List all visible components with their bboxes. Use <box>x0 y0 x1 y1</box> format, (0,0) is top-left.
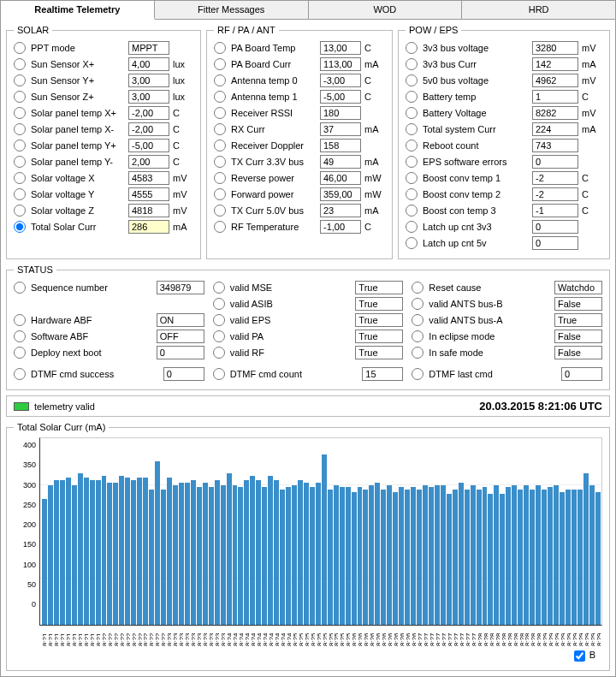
rf-radio-11[interactable] <box>214 221 226 233</box>
rf-value-2: -3,00 <box>320 74 361 87</box>
rf-radio-3[interactable] <box>214 91 226 103</box>
pow-radio-5[interactable] <box>406 123 418 135</box>
tab-fitter-messages[interactable]: Fitter Messages <box>155 1 309 19</box>
status-c1-radio-0[interactable] <box>14 282 26 294</box>
chart-bar <box>494 485 499 626</box>
rf-radio-9[interactable] <box>214 188 226 200</box>
status-btm-label-1: DTMF cmd count <box>230 369 363 379</box>
pow-radio-2[interactable] <box>406 74 418 86</box>
pow-radio-8[interactable] <box>406 172 418 184</box>
chart-bar <box>459 483 464 625</box>
pow-value-5: 224 <box>532 122 578 136</box>
tab-realtime-telemetry[interactable]: Realtime Telemetry <box>1 1 155 20</box>
status-c1-label-0: Sequence number <box>31 282 157 293</box>
solar-radio-7[interactable] <box>14 156 26 168</box>
solar-radio-9[interactable] <box>14 188 26 200</box>
chart-bar <box>512 485 517 626</box>
pow-radio-12[interactable] <box>406 237 418 249</box>
solar-radio-4[interactable] <box>14 107 26 119</box>
status-c2-radio-2[interactable] <box>213 314 225 326</box>
rf-radio-2[interactable] <box>214 74 226 86</box>
rf-radio-7[interactable] <box>214 156 226 168</box>
solar-radio-3[interactable] <box>14 91 26 103</box>
chart-bar <box>137 478 142 625</box>
pow-radio-1[interactable] <box>406 58 418 70</box>
pow-radio-9[interactable] <box>406 188 418 200</box>
pow-radio-3[interactable] <box>406 91 418 103</box>
chart-bar <box>167 478 172 625</box>
status-c3-radio-2[interactable] <box>412 314 424 326</box>
checkbox-b-label[interactable]: B <box>589 650 595 660</box>
pow-label-9: Boost conv temp 2 <box>423 189 532 199</box>
rf-radio-0[interactable] <box>214 42 226 54</box>
tab-wod[interactable]: WOD <box>309 1 463 19</box>
chart-bar <box>304 483 309 625</box>
rf-radio-1[interactable] <box>214 58 226 70</box>
status-c3-radio-1[interactable] <box>412 298 424 310</box>
pow-radio-6[interactable] <box>406 140 418 151</box>
solar-label-2: Sun Sensor Y+ <box>31 75 128 86</box>
chart-bar <box>209 487 214 625</box>
solar-radio-10[interactable] <box>14 205 26 217</box>
solar-radio-8[interactable] <box>14 172 26 184</box>
status-btm-radio-1[interactable] <box>213 368 225 380</box>
solar-radio-2[interactable] <box>14 74 26 86</box>
solar-value-4: -2,00 <box>128 106 169 120</box>
solar-radio-6[interactable] <box>14 140 26 151</box>
status-c2-radio-3[interactable] <box>213 330 225 342</box>
status-c1-radio-3[interactable] <box>14 330 26 342</box>
pow-label-5: Total system Curr <box>423 124 532 134</box>
rf-radio-10[interactable] <box>214 205 226 217</box>
solar-radio-11[interactable] <box>14 221 26 233</box>
chart-bar <box>102 476 107 625</box>
chart-bar <box>334 485 339 626</box>
chart-bar <box>96 480 101 625</box>
solar-radio-5[interactable] <box>14 123 26 135</box>
status-c1-value-0: 349879 <box>157 281 204 294</box>
status-c2-label-4: valid RF <box>230 347 356 358</box>
chart-bar <box>542 490 547 625</box>
solar-radio-0[interactable] <box>14 42 26 54</box>
pow-value-4: 8282 <box>532 106 578 120</box>
chart-bar <box>447 494 452 625</box>
status-c1-radio-4[interactable] <box>14 347 26 359</box>
status-c2-radio-4[interactable] <box>213 347 225 359</box>
solar-value-11: 286 <box>128 220 169 234</box>
chart-bar <box>369 485 374 626</box>
pow-radio-7[interactable] <box>406 156 418 168</box>
rf-label-4: Receiver RSSI <box>231 108 320 118</box>
status-c2-radio-1[interactable] <box>213 298 225 310</box>
rf-label-5: RX Curr <box>231 124 320 134</box>
status-c3-radio-4[interactable] <box>412 347 424 359</box>
status-c2-radio-0[interactable] <box>213 282 225 294</box>
status-c3-radio-3[interactable] <box>412 330 424 342</box>
pow-radio-11[interactable] <box>406 221 418 233</box>
telemetry-valid-indicator <box>14 402 29 411</box>
panel-rf: RF / PA / ANT PA Board Temp13,00CPA Boar… <box>206 25 393 259</box>
rf-radio-8[interactable] <box>214 172 226 184</box>
checkbox-b[interactable] <box>574 650 585 662</box>
tab-bar: Realtime TelemetryFitter MessagesWODHRD <box>1 1 615 20</box>
rf-unit-11: C <box>364 222 385 232</box>
chart-bar <box>286 487 291 625</box>
status-btm-radio-2[interactable] <box>412 368 424 380</box>
status-btm-radio-0[interactable] <box>14 368 26 380</box>
solar-value-3: 3,00 <box>128 90 169 104</box>
rf-label-3: Antenna temp 1 <box>231 92 320 102</box>
pow-radio-0[interactable] <box>406 42 418 54</box>
rf-radio-5[interactable] <box>214 123 226 135</box>
solar-radio-1[interactable] <box>14 58 26 70</box>
tab-hrd[interactable]: HRD <box>462 1 615 19</box>
solar-unit-9: mV <box>173 189 193 199</box>
rf-radio-4[interactable] <box>214 107 226 119</box>
status-c3-radio-0[interactable] <box>412 282 424 294</box>
chart-bar <box>250 476 255 625</box>
legend-rf: RF / PA / ANT <box>214 25 279 35</box>
chart-bar <box>221 485 226 626</box>
rf-radio-6[interactable] <box>214 140 226 151</box>
pow-unit-9: C <box>582 189 602 199</box>
rf-value-9: 359,00 <box>320 187 361 201</box>
pow-radio-10[interactable] <box>406 205 418 217</box>
pow-radio-4[interactable] <box>406 107 418 119</box>
status-c1-radio-2[interactable] <box>14 314 26 326</box>
